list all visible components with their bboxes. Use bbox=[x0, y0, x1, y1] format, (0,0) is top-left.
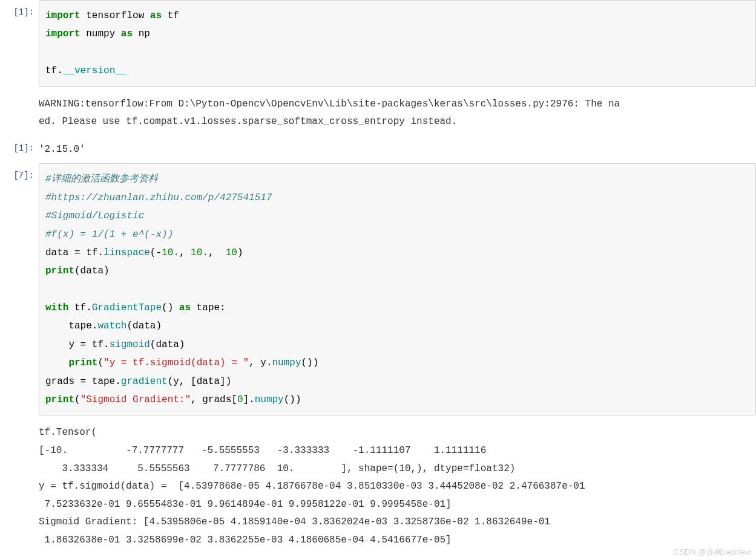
code-cell-2: [7]: #详细的激活函数参考资料 #https://zhuanlan.zhih… bbox=[0, 163, 756, 419]
output-prompt-1: [1]: bbox=[0, 136, 39, 153]
output-text-1: '2.15.0' bbox=[39, 136, 756, 164]
stderr-text-1: WARNING:tensorflow:From D:\Pyton-Opencv\… bbox=[39, 91, 756, 136]
input-prompt-2: [7]: bbox=[0, 163, 39, 180]
output-stream-2: tf.Tensor( [-10. -7.7777777 -5.5555553 -… bbox=[0, 419, 756, 554]
output-prompt-blank-2 bbox=[0, 419, 39, 426]
code-cell-1: [1]: import tensorflow as tf import nump… bbox=[0, 0, 756, 91]
watermark-text: CSDN @亦枫Leonlew bbox=[674, 547, 751, 555]
code-input-2[interactable]: #详细的激活函数参考资料 #https://zhuanlan.zhihu.com… bbox=[39, 163, 756, 415]
output-stream-1: WARNING:tensorflow:From D:\Pyton-Opencv\… bbox=[0, 91, 756, 136]
stdout-text-2: tf.Tensor( [-10. -7.7777777 -5.5555553 -… bbox=[39, 419, 756, 554]
code-input-1[interactable]: import tensorflow as tf import numpy as … bbox=[39, 0, 756, 87]
output-result-1: [1]: '2.15.0' bbox=[0, 136, 756, 164]
input-prompt-2-label: [7]: bbox=[13, 171, 34, 180]
input-prompt-1: [1]: bbox=[0, 0, 39, 17]
output-prompt-blank-1 bbox=[0, 91, 39, 98]
